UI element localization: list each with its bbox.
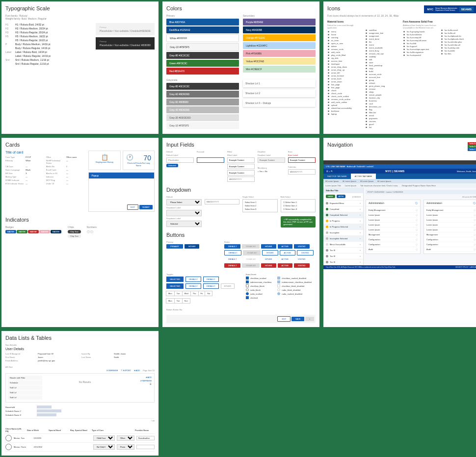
radio-no[interactable]: ○ No [263,170,267,173]
dropdown-2[interactable] [166,210,202,216]
sidebar-item[interactable]: Expanded Menu▾ [323,201,363,206]
card-list-item[interactable]: Entity Managementⓘ [426,208,476,213]
focused-input[interactable] [197,157,224,163]
card-list-item[interactable]: Lorem Ipsumⓘ [369,218,418,223]
export-link[interactable]: ⇡ EXPORT [121,369,131,372]
sidebar-item[interactable]: Completed▾ [323,206,363,212]
card-list-item[interactable]: Lorem Ipsumⓘ [426,228,476,232]
multi-select-list[interactable]: ☐ Select Item 1☐ Select Item 2☐ Select I… [281,199,316,212]
select-option[interactable]: ☐ Select Item 1 [282,201,315,204]
filled-input-3[interactable] [227,170,255,176]
state-button[interactable]: DEFAULT [224,244,241,249]
filled-input-2[interactable] [227,164,255,169]
stat-card-checkin[interactable]: 🕐 70 Check-In/Check-Out Long Name [123,151,155,170]
sidebar-item[interactable]: Incomplete Selected▾ [323,236,363,242]
selected-chip[interactable]: Selected [166,164,178,167]
exit-button[interactable]: EXIT [127,204,138,210]
filled-input[interactable] [227,157,255,163]
card-list-item[interactable]: Entity Managementⓘ [369,208,418,213]
subnav-item[interactable]: ⊕ Lorem Ipsum [343,180,356,182]
day-of-week-toggle-2[interactable]: MonTueSun [166,298,236,304]
dow-toggle[interactable]: Sun [182,298,190,304]
subnav-item[interactable]: ⊕ Lorem Ipsum [325,180,339,182]
dow-toggle[interactable]: Tue [174,298,183,304]
grid-action[interactable]: ☰ [128,382,152,386]
sidebar-item[interactable]: Incomplete▾ [323,230,363,236]
card-list-item[interactable]: Configurationⓘ [369,237,418,242]
state-button[interactable]: VISITED [294,244,310,249]
checkbox_marked-icon[interactable] [246,277,249,279]
care-select[interactable]: No Child Care in Place – Arrange… [93,444,115,450]
care-select[interactable]: Child Care in Place – Informal si… [93,435,115,441]
card-list-item[interactable]: Managementⓘ [369,232,418,237]
refresh-link[interactable]: ⟳ REFRESH [106,369,118,372]
select-option[interactable]: Select Item 2 [244,204,276,207]
sidebar-item[interactable]: Menu Unavailable▾ [323,242,363,248]
toggle-selected[interactable]: SELECTED [166,277,184,282]
card-list-item[interactable]: Auditⓘ [369,247,418,252]
tree-item[interactable]: Schedule [8,381,42,385]
grid-action[interactable]: ⊕ ADD [128,376,152,379]
menu-icon[interactable]: ☰ ⌂ 🔍 [326,170,333,173]
select-option[interactable]: ☐ Select Item 3 [282,207,315,211]
day-of-week-toggle[interactable]: MonTueWedThuFriSat [166,291,236,296]
dow-toggle[interactable]: Thu [190,291,199,296]
provider-input[interactable] [136,445,155,449]
single-select-list[interactable]: Select Item 1Select Item 2Select Item 3 [242,199,278,212]
info-icon[interactable]: ⓘ [415,202,418,204]
row-radio[interactable] [5,435,12,441]
sidebar-item[interactable]: Tier III▾ [323,259,363,265]
add-link[interactable]: ⊕ ADD [134,369,140,372]
tree-item[interactable]: Sub Lvl [8,395,42,400]
sidebar-item[interactable]: In Progress▾ [323,218,363,224]
state-button[interactable]: ACTIVE [278,244,292,249]
card-list-item[interactable]: Lorem Ipsumⓘ [369,228,418,232]
dropdown-3[interactable]: Selected [166,221,202,227]
sidebar-item[interactable]: Tier III▾ [323,248,363,254]
dow-toggle[interactable]: Fri [198,291,206,296]
subnav-item[interactable]: ⊕ Lorem Ipsum [360,180,373,182]
tree-item[interactable]: Header with Filter [8,376,42,380]
sidebar-item[interactable]: Tier III▾ [323,254,363,259]
toggle-default[interactable]: DEFAULT [185,277,201,282]
radio_blank-icon[interactable] [246,288,249,291]
toggle-icon[interactable]: ⊕ [462,196,464,198]
tab-active[interactable]: ACTIVE TAB NAME [351,174,376,179]
stat-card-employment[interactable]: 📋 Employment History [88,151,120,170]
exit-button[interactable]: EXIT [277,316,291,322]
radio-yes[interactable]: ○ Yes [258,170,263,173]
submit-button[interactable]: SUBMIT [139,205,153,209]
primary-button[interactable]: PRIMARY [166,244,183,249]
other-select[interactable]: Other [117,435,135,441]
card-list-item[interactable]: Lorem Ipsumⓘ [426,218,476,223]
indeterminate_checkbox-icon[interactable] [246,280,249,283]
dow-toggle[interactable]: Mon [166,298,175,304]
radio_marked-icon[interactable] [246,292,249,295]
card-list-item[interactable]: Configurationⓘ [426,242,476,247]
subnav-item[interactable]: ⊕ Lorem Ipsum [377,180,391,182]
sidebar-item[interactable]: Completed Selected▾ [323,212,363,218]
hover-button[interactable]: HOVER [185,244,199,249]
select-option[interactable]: Select Item 1 [244,201,276,204]
row-radio[interactable] [5,444,12,450]
error-input[interactable] [288,157,316,163]
provider-input[interactable] [136,436,155,440]
red-button[interactable]: DEFAULT [224,263,241,268]
calendar-input[interactable] [288,169,316,175]
sidebar-item[interactable]: In Progress Selected▾ [323,224,363,230]
default-input[interactable] [166,157,194,163]
state-button[interactable]: HOVER [261,244,276,249]
card-list-item[interactable]: Managementⓘ [426,232,476,237]
dow-toggle[interactable]: Sat [205,291,212,296]
outlined-button[interactable]: DEFAULT [224,250,242,255]
checked-icon[interactable] [246,296,249,299]
chip[interactable]: Chip Text [68,230,81,233]
save-button[interactable]: SAVE [291,317,304,321]
other-select[interactable]: Provide Referrals Needed [117,444,135,450]
tree-item[interactable]: Sub Lvl [8,390,42,395]
date-input[interactable] [227,177,255,182]
card-list-item[interactable]: Lorem Ipsumⓘ [369,213,418,218]
grid-action[interactable]: ⟳ REFRESH [128,379,152,382]
card-list-item[interactable]: Lorem Ipsumⓘ [426,223,476,228]
card-list-item[interactable]: Lorem Ipsumⓘ [426,213,476,218]
